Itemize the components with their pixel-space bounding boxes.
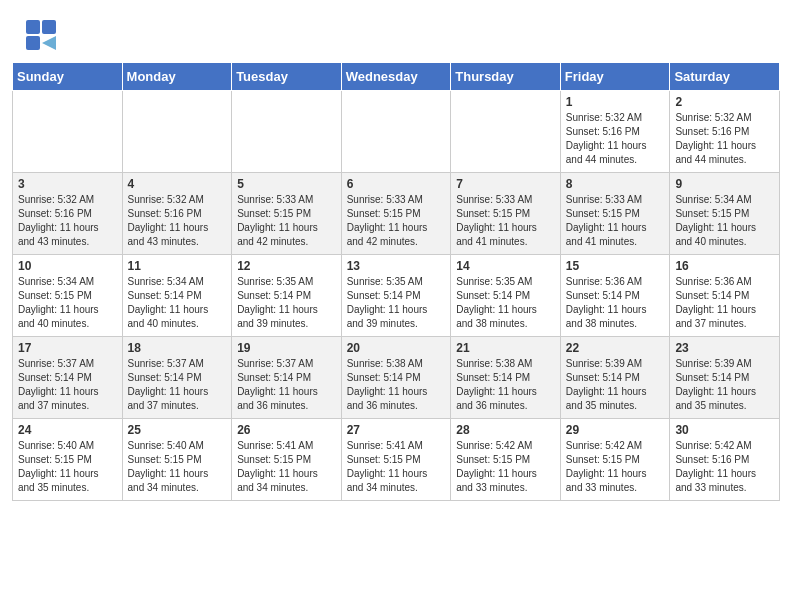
day-info: Sunrise: 5:32 AM Sunset: 5:16 PM Dayligh… xyxy=(128,193,227,249)
day-number: 16 xyxy=(675,259,774,273)
day-number: 12 xyxy=(237,259,336,273)
calendar-cell: 11Sunrise: 5:34 AM Sunset: 5:14 PM Dayli… xyxy=(122,255,232,337)
day-info: Sunrise: 5:32 AM Sunset: 5:16 PM Dayligh… xyxy=(675,111,774,167)
svg-marker-3 xyxy=(42,36,56,50)
day-number: 15 xyxy=(566,259,665,273)
calendar-week-2: 3Sunrise: 5:32 AM Sunset: 5:16 PM Daylig… xyxy=(13,173,780,255)
calendar-body: 1Sunrise: 5:32 AM Sunset: 5:16 PM Daylig… xyxy=(13,91,780,501)
day-number: 27 xyxy=(347,423,446,437)
day-header-wednesday: Wednesday xyxy=(341,63,451,91)
calendar-header-row: SundayMondayTuesdayWednesdayThursdayFrid… xyxy=(13,63,780,91)
calendar-cell: 15Sunrise: 5:36 AM Sunset: 5:14 PM Dayli… xyxy=(560,255,670,337)
calendar-week-4: 17Sunrise: 5:37 AM Sunset: 5:14 PM Dayli… xyxy=(13,337,780,419)
calendar-week-1: 1Sunrise: 5:32 AM Sunset: 5:16 PM Daylig… xyxy=(13,91,780,173)
day-number: 21 xyxy=(456,341,555,355)
day-number: 14 xyxy=(456,259,555,273)
calendar-week-5: 24Sunrise: 5:40 AM Sunset: 5:15 PM Dayli… xyxy=(13,419,780,501)
day-info: Sunrise: 5:36 AM Sunset: 5:14 PM Dayligh… xyxy=(566,275,665,331)
day-number: 25 xyxy=(128,423,227,437)
calendar-cell: 5Sunrise: 5:33 AM Sunset: 5:15 PM Daylig… xyxy=(232,173,342,255)
day-number: 22 xyxy=(566,341,665,355)
day-number: 23 xyxy=(675,341,774,355)
day-number: 20 xyxy=(347,341,446,355)
calendar-cell xyxy=(122,91,232,173)
day-number: 13 xyxy=(347,259,446,273)
calendar-cell: 13Sunrise: 5:35 AM Sunset: 5:14 PM Dayli… xyxy=(341,255,451,337)
calendar-cell: 28Sunrise: 5:42 AM Sunset: 5:15 PM Dayli… xyxy=(451,419,561,501)
day-number: 1 xyxy=(566,95,665,109)
calendar-cell: 12Sunrise: 5:35 AM Sunset: 5:14 PM Dayli… xyxy=(232,255,342,337)
calendar-cell: 18Sunrise: 5:37 AM Sunset: 5:14 PM Dayli… xyxy=(122,337,232,419)
calendar-cell: 1Sunrise: 5:32 AM Sunset: 5:16 PM Daylig… xyxy=(560,91,670,173)
day-info: Sunrise: 5:38 AM Sunset: 5:14 PM Dayligh… xyxy=(347,357,446,413)
day-info: Sunrise: 5:39 AM Sunset: 5:14 PM Dayligh… xyxy=(675,357,774,413)
day-info: Sunrise: 5:38 AM Sunset: 5:14 PM Dayligh… xyxy=(456,357,555,413)
day-number: 29 xyxy=(566,423,665,437)
day-header-monday: Monday xyxy=(122,63,232,91)
day-number: 2 xyxy=(675,95,774,109)
calendar-cell: 14Sunrise: 5:35 AM Sunset: 5:14 PM Dayli… xyxy=(451,255,561,337)
day-info: Sunrise: 5:34 AM Sunset: 5:15 PM Dayligh… xyxy=(675,193,774,249)
day-number: 19 xyxy=(237,341,336,355)
day-number: 28 xyxy=(456,423,555,437)
calendar-cell: 2Sunrise: 5:32 AM Sunset: 5:16 PM Daylig… xyxy=(670,91,780,173)
logo-icon xyxy=(24,18,60,54)
day-info: Sunrise: 5:40 AM Sunset: 5:15 PM Dayligh… xyxy=(128,439,227,495)
calendar-cell xyxy=(341,91,451,173)
day-number: 8 xyxy=(566,177,665,191)
day-info: Sunrise: 5:35 AM Sunset: 5:14 PM Dayligh… xyxy=(347,275,446,331)
calendar-cell: 9Sunrise: 5:34 AM Sunset: 5:15 PM Daylig… xyxy=(670,173,780,255)
calendar-cell xyxy=(451,91,561,173)
day-number: 3 xyxy=(18,177,117,191)
day-header-saturday: Saturday xyxy=(670,63,780,91)
calendar-cell: 3Sunrise: 5:32 AM Sunset: 5:16 PM Daylig… xyxy=(13,173,123,255)
day-info: Sunrise: 5:36 AM Sunset: 5:14 PM Dayligh… xyxy=(675,275,774,331)
calendar-cell: 16Sunrise: 5:36 AM Sunset: 5:14 PM Dayli… xyxy=(670,255,780,337)
day-info: Sunrise: 5:33 AM Sunset: 5:15 PM Dayligh… xyxy=(347,193,446,249)
day-number: 30 xyxy=(675,423,774,437)
calendar-cell: 7Sunrise: 5:33 AM Sunset: 5:15 PM Daylig… xyxy=(451,173,561,255)
svg-rect-1 xyxy=(42,20,56,34)
calendar-cell: 8Sunrise: 5:33 AM Sunset: 5:15 PM Daylig… xyxy=(560,173,670,255)
day-info: Sunrise: 5:37 AM Sunset: 5:14 PM Dayligh… xyxy=(18,357,117,413)
calendar-cell: 10Sunrise: 5:34 AM Sunset: 5:15 PM Dayli… xyxy=(13,255,123,337)
calendar-cell xyxy=(232,91,342,173)
calendar-cell: 23Sunrise: 5:39 AM Sunset: 5:14 PM Dayli… xyxy=(670,337,780,419)
day-number: 26 xyxy=(237,423,336,437)
day-number: 4 xyxy=(128,177,227,191)
day-info: Sunrise: 5:34 AM Sunset: 5:14 PM Dayligh… xyxy=(128,275,227,331)
day-info: Sunrise: 5:42 AM Sunset: 5:15 PM Dayligh… xyxy=(456,439,555,495)
day-info: Sunrise: 5:42 AM Sunset: 5:16 PM Dayligh… xyxy=(675,439,774,495)
calendar-cell: 21Sunrise: 5:38 AM Sunset: 5:14 PM Dayli… xyxy=(451,337,561,419)
svg-rect-2 xyxy=(26,36,40,50)
day-number: 24 xyxy=(18,423,117,437)
day-info: Sunrise: 5:33 AM Sunset: 5:15 PM Dayligh… xyxy=(566,193,665,249)
calendar-cell xyxy=(13,91,123,173)
day-info: Sunrise: 5:35 AM Sunset: 5:14 PM Dayligh… xyxy=(237,275,336,331)
day-info: Sunrise: 5:39 AM Sunset: 5:14 PM Dayligh… xyxy=(566,357,665,413)
day-number: 6 xyxy=(347,177,446,191)
day-info: Sunrise: 5:34 AM Sunset: 5:15 PM Dayligh… xyxy=(18,275,117,331)
calendar-cell: 24Sunrise: 5:40 AM Sunset: 5:15 PM Dayli… xyxy=(13,419,123,501)
day-number: 7 xyxy=(456,177,555,191)
day-info: Sunrise: 5:42 AM Sunset: 5:15 PM Dayligh… xyxy=(566,439,665,495)
day-header-tuesday: Tuesday xyxy=(232,63,342,91)
day-number: 18 xyxy=(128,341,227,355)
calendar-cell: 27Sunrise: 5:41 AM Sunset: 5:15 PM Dayli… xyxy=(341,419,451,501)
day-info: Sunrise: 5:41 AM Sunset: 5:15 PM Dayligh… xyxy=(347,439,446,495)
svg-rect-0 xyxy=(26,20,40,34)
day-header-friday: Friday xyxy=(560,63,670,91)
day-info: Sunrise: 5:32 AM Sunset: 5:16 PM Dayligh… xyxy=(566,111,665,167)
calendar-cell: 30Sunrise: 5:42 AM Sunset: 5:16 PM Dayli… xyxy=(670,419,780,501)
calendar-table: SundayMondayTuesdayWednesdayThursdayFrid… xyxy=(12,62,780,501)
calendar-cell: 20Sunrise: 5:38 AM Sunset: 5:14 PM Dayli… xyxy=(341,337,451,419)
day-number: 5 xyxy=(237,177,336,191)
calendar-cell: 4Sunrise: 5:32 AM Sunset: 5:16 PM Daylig… xyxy=(122,173,232,255)
calendar-cell: 26Sunrise: 5:41 AM Sunset: 5:15 PM Dayli… xyxy=(232,419,342,501)
day-info: Sunrise: 5:33 AM Sunset: 5:15 PM Dayligh… xyxy=(237,193,336,249)
day-info: Sunrise: 5:40 AM Sunset: 5:15 PM Dayligh… xyxy=(18,439,117,495)
day-number: 9 xyxy=(675,177,774,191)
day-number: 17 xyxy=(18,341,117,355)
day-header-thursday: Thursday xyxy=(451,63,561,91)
day-info: Sunrise: 5:37 AM Sunset: 5:14 PM Dayligh… xyxy=(128,357,227,413)
